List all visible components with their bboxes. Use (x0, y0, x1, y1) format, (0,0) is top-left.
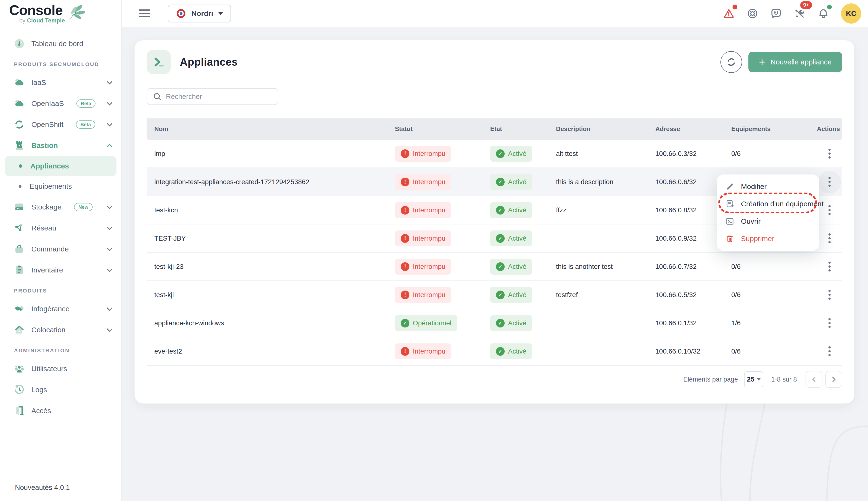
status-badge: Interrompu (395, 343, 451, 359)
sidebar-item-infogerance[interactable]: Infogérance (0, 298, 121, 319)
error-icon (401, 262, 409, 271)
sidebar-item-bastion[interactable]: Bastion (0, 135, 121, 156)
sidebar-item-dashboard[interactable]: Tableau de bord (0, 33, 121, 54)
search-icon (152, 92, 162, 102)
chevron-down-icon (107, 245, 112, 251)
tower-icon (13, 140, 25, 151)
tools-icon[interactable]: 9+ (794, 8, 806, 20)
trash-icon (725, 234, 735, 244)
history-clock-icon (13, 384, 25, 396)
topbar: Nordri (122, 0, 868, 27)
sidebar-item-openshift[interactable]: OpenShift Bêta (0, 114, 121, 135)
handshake-icon (13, 303, 25, 315)
lifebuoy-icon[interactable] (747, 8, 759, 20)
cell-adresse: 100.66.0.10/32 (648, 348, 724, 355)
terminal-window-icon (725, 216, 735, 226)
menu-item-ouvrir[interactable]: Ouvrir (717, 213, 819, 230)
row-actions-button[interactable] (818, 312, 841, 334)
table-row: appliance-kcn-windows Opérationnel Activ… (146, 309, 842, 337)
error-icon (401, 290, 409, 299)
table-row: test-kji Interrompu Activé testfzef 100.… (146, 281, 842, 309)
sidebar-item-colocation[interactable]: Colocation (0, 319, 121, 340)
sidebar-item-iaas[interactable]: IaaS (0, 72, 121, 93)
menu-item-creation-equipement[interactable]: Création d'un équipement (717, 195, 819, 213)
clipboard-icon (13, 264, 25, 276)
status-badge: Interrompu (395, 287, 451, 303)
release-notes-link[interactable]: Nouveautés 4.0.1 (15, 484, 70, 492)
sidebar-item-logs[interactable]: Logs (0, 379, 121, 400)
status-badge: Interrompu (395, 231, 451, 246)
status-badge: Interrompu (395, 146, 451, 162)
per-page-label: Eléments par page (683, 376, 738, 383)
cell-nom: TEST-JBY (146, 235, 387, 242)
row-actions-button[interactable] (818, 142, 841, 165)
chevron-down-icon (107, 79, 112, 84)
sidebar-item-label: Infogérance (31, 305, 69, 313)
search-box[interactable] (146, 88, 278, 105)
cell-description: this is anothter test (548, 263, 648, 270)
plus-icon (759, 57, 765, 67)
next-page-button[interactable] (825, 371, 842, 388)
row-actions-button[interactable] (818, 284, 841, 306)
check-icon (496, 262, 505, 271)
sidebar-subitem-label: Equipements (30, 182, 72, 190)
sidebar-item-reseau[interactable]: Réseau (0, 217, 121, 238)
cell-nom: test-kcn (146, 206, 387, 214)
sidebar-subitem-appliances[interactable]: Appliances (5, 156, 117, 176)
error-icon (401, 234, 409, 243)
sidebar-item-commande[interactable]: Commande (0, 238, 121, 259)
cell-description: alt ttest (548, 150, 648, 158)
organization-name: Nordri (191, 9, 213, 18)
hamburger-menu-icon[interactable] (139, 9, 150, 17)
bell-icon[interactable] (817, 8, 829, 20)
table-row: eve-test2 Interrompu Activé 100.66.0.10/… (146, 337, 842, 366)
menu-item-supprimer[interactable]: Supprimer (717, 230, 819, 247)
sidebar-item-openiaas[interactable]: OpenIaaS Bêta (0, 93, 121, 114)
chevron-down-icon (107, 305, 112, 311)
row-actions-button[interactable] (818, 255, 841, 278)
status-badge: Interrompu (395, 202, 451, 218)
check-icon (496, 178, 505, 186)
tools-count-badge: 9+ (800, 1, 812, 9)
row-actions-button[interactable] (818, 227, 841, 250)
sidebar-item-inventaire[interactable]: Inventaire (0, 259, 121, 280)
sidebar-subitem-equipements[interactable]: Equipements (5, 176, 117, 196)
search-input[interactable] (166, 93, 273, 100)
menu-item-modifier[interactable]: Modifier (717, 178, 819, 195)
sidebar-item-utilisateurs[interactable]: Utilisateurs (0, 358, 121, 379)
chevron-down-icon (107, 121, 112, 127)
chevron-left-icon (812, 377, 817, 382)
cell-equipements: 0/6 (724, 150, 817, 158)
cell-equipements: 0/6 (724, 263, 817, 270)
bullet-icon (19, 164, 22, 168)
sidebar-item-label: Tableau de bord (31, 40, 83, 48)
error-icon (401, 347, 409, 356)
sync-icon (13, 119, 25, 130)
sidebar-item-label: Inventaire (31, 266, 63, 274)
network-icon (13, 222, 25, 234)
cell-equipements: 1/6 (724, 319, 817, 327)
organization-selector[interactable]: Nordri (168, 4, 231, 22)
state-badge: Activé (490, 146, 532, 162)
sidebar-footer[interactable]: Nouveautés 4.0.1 (0, 474, 121, 501)
per-page-select[interactable]: 25 (744, 371, 763, 387)
state-badge: Activé (490, 174, 532, 190)
caret-down-icon (218, 12, 223, 15)
beta-badge: Bêta (76, 99, 96, 108)
prev-page-button[interactable] (805, 371, 822, 388)
cell-nom: test-kji-23 (146, 263, 387, 270)
status-badge: Opérationnel (395, 315, 457, 331)
user-avatar[interactable]: KC (841, 3, 861, 24)
sidebar-item-stockage[interactable]: Stockage New (0, 196, 121, 217)
cell-description: this is a description (548, 178, 648, 186)
new-appliance-button[interactable]: Nouvelle appliance (748, 52, 842, 72)
row-context-menu: Modifier Création d'un équipement Ouvrir (717, 174, 819, 251)
sidebar-item-acces[interactable]: Accès (0, 400, 121, 421)
state-badge: Activé (490, 343, 532, 359)
bell-dot-badge (827, 4, 832, 9)
refresh-button[interactable] (721, 51, 742, 73)
row-actions-button[interactable] (818, 340, 841, 363)
alert-triangle-icon[interactable] (723, 8, 735, 20)
row-actions-button[interactable] (818, 171, 841, 193)
feedback-chat-icon[interactable] (770, 8, 782, 20)
